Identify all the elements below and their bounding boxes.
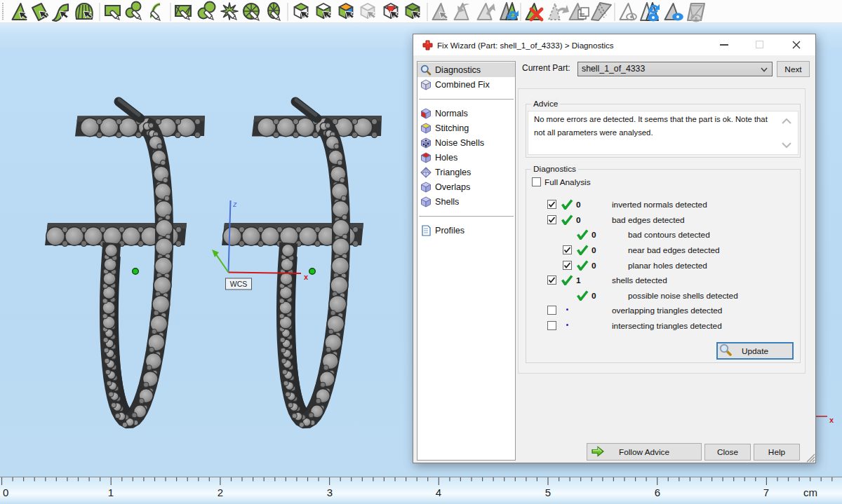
svg-text:2: 2 <box>218 486 223 498</box>
svg-text:x: x <box>829 416 834 424</box>
svg-text:WCS: WCS <box>230 280 248 288</box>
svg-text:1: 1 <box>108 486 114 498</box>
svg-text:5: 5 <box>545 486 551 498</box>
svg-text:7: 7 <box>763 486 769 498</box>
svg-text:cm: cm <box>803 486 817 498</box>
svg-text:x: x <box>304 273 309 281</box>
svg-text:4: 4 <box>436 486 441 498</box>
svg-text:6: 6 <box>655 486 660 498</box>
svg-text:z: z <box>232 200 237 208</box>
svg-text:0: 0 <box>3 486 8 498</box>
svg-text:3: 3 <box>327 486 333 498</box>
